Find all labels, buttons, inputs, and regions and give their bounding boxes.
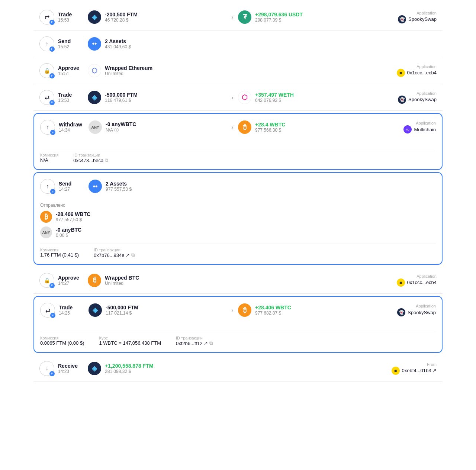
to-asset-usd: 298 077,39 $ <box>255 17 303 23</box>
asset-icon-btc: ₿ <box>238 120 251 134</box>
tx-row-tx3[interactable]: 🔒 F Approve 15:51 ⬡ Wrapped Ethereum Unl… <box>33 57 443 84</box>
tx-type-col: 🔒 F Approve 14:27 <box>39 273 88 288</box>
tx-details: Комиссия 0.0065 FTM (0,00 $) Курс 1 WBTC… <box>40 322 436 346</box>
copy-icon[interactable]: ⧉ <box>105 157 108 163</box>
tx-from-asset-col: ◈ +1,200,558.878 FTM 281 098,32 $ <box>88 362 184 375</box>
from-asset-usd: 116 479,61 $ <box>105 98 138 103</box>
asset-icon-two-assets: •• <box>89 180 102 193</box>
tx-row-tx1[interactable]: ⇄ F Trade 15:53 ◈ -200,500 FTM 46 720,28… <box>33 4 443 30</box>
asset-icon-btc: ₿ <box>238 303 251 317</box>
tx-type-label: Send <box>58 38 71 44</box>
tx-type-icon: 🔒 F <box>39 63 54 78</box>
chain-badge: F <box>49 283 55 288</box>
chain-badge: F <box>49 371 55 376</box>
tx-type-col: ⇄ F Trade 14:25 <box>40 303 89 318</box>
tx-to-asset-col: ₿ +28.406 WBTC 977 682,87 $ <box>238 303 376 317</box>
app-label: Application <box>377 274 437 279</box>
app-label: Application <box>377 64 437 69</box>
tx-footer: Комиссия 0.0065 FTM (0,00 $) Курс 1 WBTC… <box>40 332 436 346</box>
tx-app-col: Application 👻 SpookySwap <box>377 11 437 23</box>
tx-time: 15:53 <box>58 17 72 23</box>
tx-details: Комиссия N/A ID транзакции 0xc473...beca… <box>40 139 436 163</box>
tx-main-line: ⇄ F Trade 14:25 ◈ -500,000 FTM 117 021,1… <box>40 303 436 318</box>
rate-label: Курс <box>99 336 161 340</box>
tx-from-asset-col: ◈ -500,000 FTM 117 021,14 $ <box>89 303 227 317</box>
from-asset-usd: Unlimited <box>105 71 152 76</box>
from-asset-usd: 431 049,60 $ <box>105 44 131 49</box>
app-icon: ◼ <box>397 69 405 77</box>
transaction-list: ⇄ F Trade 15:53 ◈ -200,500 FTM 46 720,28… <box>33 0 443 386</box>
tx-from-asset-col: ◈ -200,500 FTM 46 720,28 $ <box>88 10 227 24</box>
txid-value[interactable]: 0x7b76...934e ↗ ⧉ <box>94 252 135 258</box>
from-asset-usd: 977 557,50 $ <box>106 187 132 192</box>
txid-item: ID транзакции 0xc473...beca ⧉ <box>73 153 108 163</box>
tx-row-tx7[interactable]: 🔒 F Approve 14:27 ₿ Wrapped BTC Unlimite… <box>33 267 443 294</box>
chain-badge: F <box>50 130 55 135</box>
tx-row-tx5[interactable]: ↑ F Withdraw 14:34 ANY -0 anyWBTC N/A ⓘ … <box>33 113 443 170</box>
tx-from-asset-col: ₿ Wrapped BTC Unlimited <box>88 274 184 287</box>
app-name: 👻 SpookySwap <box>376 308 436 316</box>
asset-icon-btc: ₿ <box>40 211 52 223</box>
tx-type-icon: ⇄ F <box>40 303 55 318</box>
from-asset-amount: 2 Assets <box>106 181 132 187</box>
copy-icon[interactable]: ⧉ <box>209 340 213 346</box>
sent-amount: -0 anyBTC <box>56 227 81 233</box>
from-asset-usd: N/A ⓘ <box>106 127 136 133</box>
tx-footer: Комиссия 1.76 FTM (0,41 $) ID транзакции… <box>40 244 436 258</box>
txid-value[interactable]: 0xc473...beca ⧉ <box>73 157 108 163</box>
tx-from-asset-col: ◈ -500,000 FTM 116 479,61 $ <box>88 91 227 104</box>
app-icon: ◼ <box>392 367 400 375</box>
tx-type-icon: ⇄ F <box>39 10 54 25</box>
rate-item: Курс 1 WBTC = 147,056.438 FTM <box>99 336 161 346</box>
asset-icon-ftm: ◈ <box>89 303 102 317</box>
asset-icon-ftm: ◈ <box>88 91 101 104</box>
app-name: ◼ 0x1ccc...ecb4 <box>377 279 437 287</box>
tx-row-tx6[interactable]: ↑ F Send 14:27 •• 2 Assets 977 557,50 $ … <box>33 172 443 265</box>
app-label: Application <box>376 304 436 308</box>
tx-type-label: Withdraw <box>59 122 82 128</box>
tx-type-label: Approve <box>58 65 79 71</box>
asset-icon-ftm: ◈ <box>88 362 101 375</box>
tx-to-asset-col: ₮ +298,079.636 USDT 298 077,39 $ <box>238 10 377 24</box>
tx-app-col: From ◼ 0xebf4...01b3 ↗ <box>377 362 437 375</box>
copy-icon[interactable]: ⧉ <box>131 252 135 258</box>
app-name: ∞ Multichain <box>376 125 436 133</box>
fee-item: Комиссия 1.76 FTM (0,41 $) <box>40 248 79 258</box>
tx-type-col: ↑ F Send 15:52 <box>39 36 88 51</box>
from-asset-amount: Wrapped Ethereum <box>105 65 152 71</box>
fee-label: Комиссия <box>40 153 58 157</box>
tx-time: 15:52 <box>58 44 71 49</box>
tx-row-tx2[interactable]: ↑ F Send 15:52 •• 2 Assets 431 049,60 $ <box>33 30 443 57</box>
tx-row-tx9[interactable]: ↓ F Receive 14:23 ◈ +1,200,558.878 FTM 2… <box>33 355 443 382</box>
tx-type-icon: ↑ F <box>40 120 55 135</box>
tx-type-label: Trade <box>58 92 72 98</box>
tx-footer: Комиссия N/A ID транзакции 0xc473...beca… <box>40 149 436 163</box>
arrow-col: › <box>227 14 238 20</box>
tx-from-asset-col: ⬡ Wrapped Ethereum Unlimited <box>88 64 184 77</box>
tx-type-icon: 🔒 F <box>39 273 54 288</box>
tx-app-col: Application ∞ Multichain <box>376 121 436 133</box>
tx-type-label: Approve <box>58 275 79 281</box>
rate-value: 1 WBTC = 147,056.438 FTM <box>99 340 161 346</box>
app-icon: 👻 <box>398 96 406 104</box>
txid-label: ID транзакции <box>73 153 108 157</box>
from-asset-amount: -500,000 FTM <box>106 305 138 310</box>
arrow-col: › <box>227 307 238 313</box>
tx-row-tx8[interactable]: ⇄ F Trade 14:25 ◈ -500,000 FTM 117 021,1… <box>33 296 443 353</box>
tx-to-asset-col: ⬡ +357.497 WETH 642 076,92 $ <box>238 91 377 104</box>
chain-badge: F <box>50 189 55 194</box>
txid-label: ID транзакции <box>176 336 213 340</box>
app-name: ◼ 0x1ccc...ecb4 <box>377 69 437 77</box>
txid-value[interactable]: 0xf2b6...ff12 ↗ ⧉ <box>176 340 213 346</box>
tx-details: Отправлено ₿ -28.406 WBTC 977 557,50 $ A… <box>40 198 436 258</box>
app-icon: 👻 <box>397 308 405 316</box>
asset-icon-any: ANY <box>89 120 102 134</box>
tx-time: 15:50 <box>58 98 72 103</box>
fee-item: Комиссия N/A <box>40 153 58 163</box>
tx-row-tx4[interactable]: ⇄ F Trade 15:50 ◈ -500,000 FTM 116 479,6… <box>33 84 443 111</box>
fee-value: N/A <box>40 157 58 163</box>
app-icon: ∞ <box>403 125 412 133</box>
sent-item-1: ANY -0 anyBTC 0,00 $ <box>40 226 436 238</box>
arrow-col: › <box>227 124 238 130</box>
tx-app-col: Application 👻 SpookySwap <box>376 304 436 316</box>
